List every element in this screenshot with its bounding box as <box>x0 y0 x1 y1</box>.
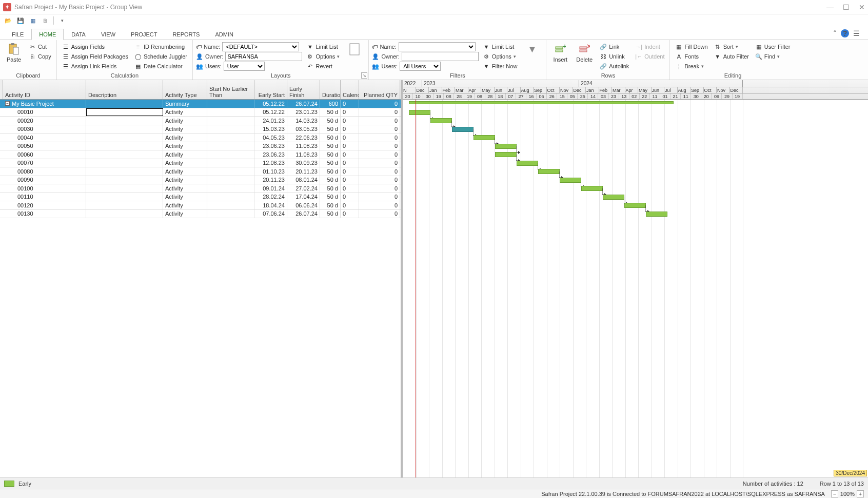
cell-cal[interactable]: 0 <box>341 184 359 193</box>
cell-ef[interactable]: 11.08.23 <box>287 150 320 159</box>
tab-reports[interactable]: REPORTS <box>165 29 207 40</box>
fonts-button[interactable]: AFonts <box>673 52 709 61</box>
grid-body[interactable]: −My Basic ProjectSummary05.12.2226.07.24… <box>0 100 401 477</box>
cell-ef[interactable]: 27.02.24 <box>287 184 320 193</box>
cell-id[interactable]: −My Basic Project <box>3 100 86 108</box>
cell-es[interactable]: 28.02.24 <box>254 193 287 201</box>
cell-pq[interactable]: 0 <box>359 201 400 209</box>
cell-type[interactable]: Activity <box>163 176 207 184</box>
cell-id[interactable]: 00040 <box>3 133 86 142</box>
cell-id[interactable]: 00090 <box>3 176 86 184</box>
cell-desc[interactable] <box>86 117 163 125</box>
cell-dur[interactable]: 50 d <box>320 184 341 193</box>
table-row[interactable]: 00070Activity12.08.2330.09.2350 d00 <box>0 159 401 168</box>
gantt-bar[interactable] <box>538 169 560 174</box>
gantt-bar[interactable] <box>409 110 430 115</box>
cell-es[interactable]: 23.06.23 <box>254 150 287 159</box>
table-row[interactable]: 00040Activity04.05.2322.06.2350 d00 <box>0 133 401 142</box>
cell-desc[interactable] <box>86 210 163 218</box>
cell-es[interactable]: 15.03.23 <box>254 125 287 133</box>
cell-id[interactable]: 00120 <box>3 201 86 209</box>
cell-cal[interactable]: 0 <box>341 193 359 201</box>
autolink-button[interactable]: 🔗Autolink <box>598 62 631 71</box>
cell-cal[interactable]: 0 <box>341 159 359 167</box>
assign-fields-button[interactable]: ☰Assign Fields <box>60 42 130 51</box>
col-header-cal[interactable]: Calendar <box>341 80 359 99</box>
cell-es[interactable]: 09.01.24 <box>254 184 287 193</box>
gantt-bar[interactable] <box>517 161 538 166</box>
col-header-pq[interactable]: Planned QTY <box>359 80 400 99</box>
cell-type[interactable]: Summary <box>163 100 207 108</box>
cell-es[interactable]: 05.12.22 <box>254 100 287 108</box>
cell-pq[interactable]: 0 <box>359 167 400 176</box>
cell-sne[interactable] <box>207 210 254 218</box>
cell-es[interactable]: 18.04.24 <box>254 201 287 209</box>
close-button[interactable]: ✕ <box>859 3 865 11</box>
delete-button[interactable]: ✕Delete <box>573 42 596 64</box>
cell-cal[interactable]: 0 <box>341 201 359 209</box>
cell-id[interactable]: 00060 <box>3 150 86 159</box>
col-header-desc[interactable]: Description <box>86 80 163 99</box>
tab-admin[interactable]: ADMIN <box>207 29 241 40</box>
cell-cal[interactable]: 0 <box>341 125 359 133</box>
cell-type[interactable]: Activity <box>163 201 207 209</box>
cell-pq[interactable]: 0 <box>359 108 400 117</box>
cell-id[interactable]: 00070 <box>3 159 86 167</box>
col-header-sne[interactable]: Start No Earlier Than <box>207 80 254 99</box>
cell-ef[interactable]: 11.08.23 <box>287 142 320 150</box>
cell-sne[interactable] <box>207 150 254 159</box>
minimize-button[interactable]: — <box>826 3 834 11</box>
cell-ef[interactable]: 08.01.24 <box>287 176 320 184</box>
cell-ef[interactable]: 23.01.23 <box>287 108 320 117</box>
cell-ef[interactable]: 26.07.24 <box>287 100 320 108</box>
cell-sne[interactable] <box>207 176 254 184</box>
cell-cal[interactable]: 0 <box>341 167 359 176</box>
table-row[interactable]: 00060Activity23.06.2311.08.2350 d00 <box>0 150 401 159</box>
hamburger-icon[interactable]: ☰ <box>853 29 860 37</box>
cell-type[interactable]: Activity <box>163 167 207 176</box>
cell-es[interactable]: 05.12.22 <box>254 108 287 117</box>
cell-desc[interactable] <box>86 193 163 201</box>
fill-down-button[interactable]: ▦Fill Down <box>673 42 709 51</box>
paste-button[interactable]: Paste <box>3 42 25 64</box>
cell-dur[interactable]: 50 d <box>320 201 341 209</box>
cell-dur[interactable]: 50 d <box>320 142 341 150</box>
cell-cal[interactable]: 0 <box>341 210 359 218</box>
gantt-bar[interactable] <box>624 203 646 208</box>
cell-type[interactable]: Activity <box>163 193 207 201</box>
cell-id[interactable]: 00030 <box>3 125 86 133</box>
table-row[interactable]: 00010Activity05.12.2223.01.2350 d00 <box>0 108 401 117</box>
zoom-in-button[interactable]: + <box>857 490 864 497</box>
cell-desc[interactable] <box>86 176 163 184</box>
table-row[interactable]: 00110Activity28.02.2417.04.2450 d00 <box>0 193 401 202</box>
layout-owner-input[interactable] <box>225 52 302 61</box>
cell-id[interactable]: 00110 <box>3 193 86 201</box>
table-row[interactable]: 00080Activity01.10.2320.11.2350 d00 <box>0 167 401 176</box>
cell-es[interactable]: 01.10.23 <box>254 167 287 176</box>
cell-desc[interactable] <box>86 184 163 193</box>
gantt-bar[interactable] <box>560 178 581 183</box>
layout-name-select[interactable]: <DEFAULT> <box>222 42 299 51</box>
cell-type[interactable]: Activity <box>163 210 207 218</box>
schedule-juggler-button[interactable]: ◯Schedule Juggler <box>132 52 189 61</box>
cell-desc[interactable] <box>86 159 163 167</box>
cell-pq[interactable]: 0 <box>359 125 400 133</box>
date-calculator-button[interactable]: ▦Date Calculator <box>132 62 189 71</box>
filter-options-button[interactable]: ⚙Options <box>481 52 520 61</box>
cell-ef[interactable]: 22.06.23 <box>287 133 320 142</box>
cell-dur[interactable]: 50 d <box>320 125 341 133</box>
cell-sne[interactable] <box>207 201 254 209</box>
cell-cal[interactable]: 0 <box>341 176 359 184</box>
cell-es[interactable]: 20.11.23 <box>254 176 287 184</box>
gantt-bar[interactable] <box>495 144 517 149</box>
cell-dur[interactable]: 50 d <box>320 117 341 125</box>
cell-pq[interactable]: 0 <box>359 100 400 108</box>
user-filter-button[interactable]: ▦User Filter <box>753 42 793 51</box>
cell-pq[interactable]: 0 <box>359 117 400 125</box>
cell-desc[interactable] <box>86 100 163 108</box>
cell-type[interactable]: Activity <box>163 150 207 159</box>
tab-home[interactable]: HOME <box>31 29 64 40</box>
cell-sne[interactable] <box>207 142 254 150</box>
table-row[interactable]: 00100Activity09.01.2427.02.2450 d00 <box>0 184 401 193</box>
cell-id[interactable]: 00080 <box>3 167 86 176</box>
